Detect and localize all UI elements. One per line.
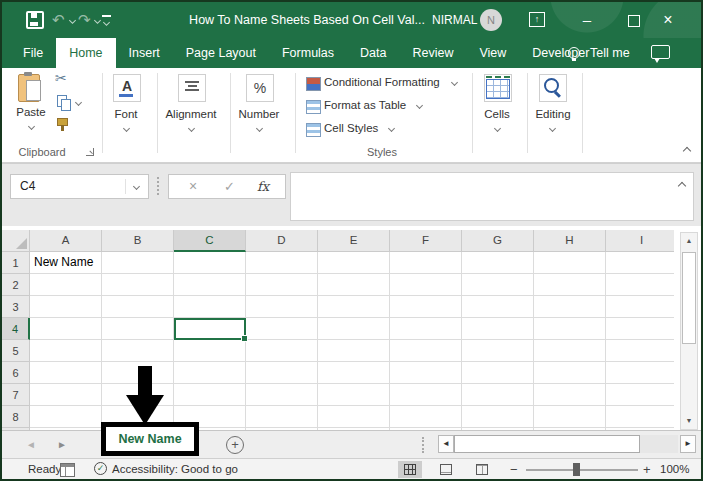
scroll-left-icon[interactable]: ◄ bbox=[438, 435, 454, 453]
cell-A4[interactable] bbox=[30, 318, 102, 340]
cell-F1[interactable] bbox=[390, 252, 462, 274]
cell-I7[interactable] bbox=[606, 384, 674, 406]
cell-I2[interactable] bbox=[606, 274, 674, 296]
cell-B5[interactable] bbox=[102, 340, 174, 362]
cell-B2[interactable] bbox=[102, 274, 174, 296]
cell-A2[interactable] bbox=[30, 274, 102, 296]
zoom-slider[interactable] bbox=[573, 463, 580, 476]
cell-H2[interactable] bbox=[534, 274, 606, 296]
save-icon[interactable] bbox=[26, 11, 44, 29]
scroll-right-icon[interactable]: ► bbox=[680, 435, 696, 453]
accessibility-status[interactable]: Accessibility: Good to go bbox=[112, 459, 238, 480]
font-group-button[interactable]: Font bbox=[105, 108, 147, 120]
cell-I8[interactable] bbox=[606, 406, 674, 428]
column-header-H[interactable]: H bbox=[534, 230, 606, 252]
alignment-dropdown-icon[interactable] bbox=[188, 125, 195, 132]
cell-G4[interactable] bbox=[462, 318, 534, 340]
column-header-E[interactable]: E bbox=[318, 230, 390, 252]
column-header-G[interactable]: G bbox=[462, 230, 534, 252]
tab-insert[interactable]: Insert bbox=[116, 38, 173, 68]
cell-H1[interactable] bbox=[534, 252, 606, 274]
cell-G8[interactable] bbox=[462, 406, 534, 428]
scroll-down-icon[interactable]: ▼ bbox=[681, 413, 697, 429]
account-name[interactable]: NIRMAL bbox=[432, 2, 477, 38]
cell-C3[interactable] bbox=[174, 296, 246, 318]
cell-G7[interactable] bbox=[462, 384, 534, 406]
tab-home[interactable]: Home bbox=[56, 38, 115, 68]
zoom-slider-track[interactable] bbox=[526, 469, 638, 471]
cut-icon[interactable]: ✂ bbox=[55, 70, 67, 86]
cell-D2[interactable] bbox=[246, 274, 318, 296]
sheet-nav-next-icon[interactable]: ► bbox=[57, 431, 67, 458]
normal-view-button[interactable] bbox=[398, 461, 422, 478]
cell-F8[interactable] bbox=[390, 406, 462, 428]
cell-G3[interactable] bbox=[462, 296, 534, 318]
cell-E1[interactable] bbox=[318, 252, 390, 274]
cell-F6[interactable] bbox=[390, 362, 462, 384]
page-layout-view-button[interactable] bbox=[434, 461, 458, 478]
cell-C1[interactable] bbox=[174, 252, 246, 274]
cell-H5[interactable] bbox=[534, 340, 606, 362]
cell-E2[interactable] bbox=[318, 274, 390, 296]
feedback-icon[interactable] bbox=[651, 45, 670, 59]
tell-me-box[interactable]: Tell me bbox=[590, 38, 630, 68]
editing-dropdown-icon[interactable] bbox=[549, 125, 556, 132]
cell-B4[interactable] bbox=[102, 318, 174, 340]
cell-G5[interactable] bbox=[462, 340, 534, 362]
format-as-table-button[interactable]: Format as Table bbox=[324, 99, 406, 111]
cell-D6[interactable] bbox=[246, 362, 318, 384]
cell-D4[interactable] bbox=[246, 318, 318, 340]
tab-data[interactable]: Data bbox=[347, 38, 399, 68]
ribbon-display-options-icon[interactable]: ↑ bbox=[529, 12, 545, 27]
row-header-4[interactable]: 4 bbox=[2, 318, 30, 340]
close-button[interactable]: × bbox=[657, 2, 679, 38]
font-dropdown-icon[interactable] bbox=[123, 125, 130, 132]
cell-styles-button[interactable]: Cell Styles bbox=[324, 122, 378, 134]
tab-review[interactable]: Review bbox=[399, 38, 466, 68]
minimize-button[interactable]: – bbox=[576, 2, 598, 38]
format-painter-icon[interactable] bbox=[57, 118, 68, 126]
customize-quick-access-toolbar-icon[interactable] bbox=[102, 15, 111, 17]
row-header-3[interactable]: 3 bbox=[2, 296, 30, 318]
cell-E4[interactable] bbox=[318, 318, 390, 340]
column-header-I[interactable]: I bbox=[606, 230, 674, 252]
cell-F2[interactable] bbox=[390, 274, 462, 296]
cell-E8[interactable] bbox=[318, 406, 390, 428]
cell-H4[interactable] bbox=[534, 318, 606, 340]
cell-F5[interactable] bbox=[390, 340, 462, 362]
separator-dots[interactable] bbox=[422, 437, 424, 453]
row-header-8[interactable]: 8 bbox=[2, 406, 30, 428]
column-header-F[interactable]: F bbox=[390, 230, 462, 252]
horizontal-scrollbar-track[interactable] bbox=[640, 435, 678, 453]
column-header-B[interactable]: B bbox=[102, 230, 174, 252]
cell-D5[interactable] bbox=[246, 340, 318, 362]
cell-H3[interactable] bbox=[534, 296, 606, 318]
cell-F7[interactable] bbox=[390, 384, 462, 406]
row-header-6[interactable]: 6 bbox=[2, 362, 30, 384]
cell-E5[interactable] bbox=[318, 340, 390, 362]
separator-dots[interactable] bbox=[157, 177, 159, 195]
cell-A3[interactable] bbox=[30, 296, 102, 318]
cell-A8[interactable] bbox=[30, 406, 102, 428]
insert-function-icon[interactable]: fx bbox=[257, 175, 269, 198]
copy-icon[interactable] bbox=[57, 95, 67, 107]
zoom-in-button[interactable]: + bbox=[643, 459, 651, 480]
horizontal-scrollbar-thumb[interactable] bbox=[454, 435, 640, 453]
cell-E3[interactable] bbox=[318, 296, 390, 318]
cell-C6[interactable] bbox=[174, 362, 246, 384]
cell-D8[interactable] bbox=[246, 406, 318, 428]
redo-icon[interactable]: ↷ bbox=[78, 2, 91, 38]
active-cell-selection[interactable] bbox=[174, 318, 246, 340]
formula-input[interactable] bbox=[290, 172, 694, 221]
cell-C2[interactable] bbox=[174, 274, 246, 296]
cell-G1[interactable] bbox=[462, 252, 534, 274]
cell-D1[interactable] bbox=[246, 252, 318, 274]
cell-I1[interactable] bbox=[606, 252, 674, 274]
cell-F3[interactable] bbox=[390, 296, 462, 318]
alignment-group-button[interactable]: Alignment bbox=[160, 108, 222, 120]
cell-D7[interactable] bbox=[246, 384, 318, 406]
cell-I4[interactable] bbox=[606, 318, 674, 340]
cell-A5[interactable] bbox=[30, 340, 102, 362]
cell-F4[interactable] bbox=[390, 318, 462, 340]
enter-icon[interactable]: ✓ bbox=[224, 175, 235, 198]
